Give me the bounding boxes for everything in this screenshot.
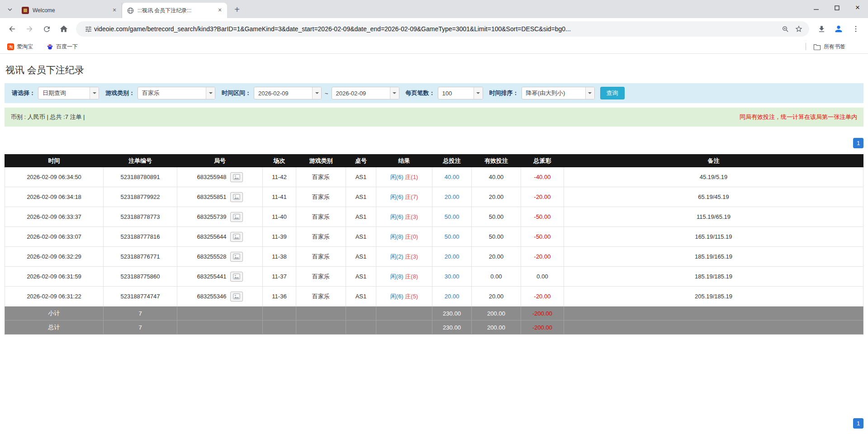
- game-kind-select[interactable]: 百家乐: [138, 87, 215, 99]
- grand-total-row: 总计 7 230.00 200.00 -200.00: [5, 321, 863, 335]
- bookmark-star-icon[interactable]: [793, 23, 805, 35]
- cell-game-kind: 百家乐: [296, 167, 346, 187]
- total-bet-link[interactable]: 20.00: [445, 193, 460, 200]
- chevron-down-icon[interactable]: [312, 87, 321, 99]
- search-button[interactable]: 查询: [600, 87, 625, 99]
- tab-close-icon[interactable]: ×: [111, 7, 118, 14]
- cell-valid-bet: 50.00: [472, 227, 521, 247]
- new-tab-button[interactable]: +: [231, 3, 243, 16]
- cell-round-id: 683255528: [177, 247, 263, 267]
- cell-table-no: AS1: [346, 287, 376, 307]
- table-row: 2026-02-09 06:32:29 523188776771 6832555…: [5, 247, 863, 267]
- cell-table-no: AS1: [346, 267, 376, 287]
- cell-round-id: 683255441: [177, 267, 263, 287]
- tab-title: :::视讯 会员下注纪录:::: [138, 7, 213, 14]
- back-icon[interactable]: [5, 21, 20, 37]
- all-bookmarks-button[interactable]: 所有书签: [811, 41, 847, 52]
- site-settings-tune-icon[interactable]: [82, 23, 94, 35]
- minimize-button[interactable]: [806, 0, 826, 15]
- date-start-select[interactable]: 2026-02-09: [254, 87, 322, 99]
- date-end-value: 2026-02-09: [332, 87, 390, 99]
- cell-total-bet: 50.00: [432, 227, 472, 247]
- chevron-down-icon[interactable]: [585, 87, 594, 99]
- close-button[interactable]: ×: [847, 0, 868, 15]
- page-1-button[interactable]: 1: [853, 138, 863, 148]
- round-result-image-button[interactable]: [230, 252, 243, 262]
- result-banker: 庄(5): [405, 293, 418, 300]
- query-type-select[interactable]: 日期查询: [38, 87, 99, 99]
- total-total-bet: 230.00: [432, 321, 472, 335]
- result-banker: 庄(1): [405, 174, 418, 180]
- profile-avatar-icon[interactable]: [831, 21, 846, 37]
- address-bar[interactable]: videoie.com/game/betrecord_search/kind3?…: [76, 21, 809, 37]
- chevron-down-icon[interactable]: [390, 87, 399, 99]
- cell-note: 45.19/5.19: [564, 167, 863, 187]
- total-bet-link[interactable]: 20.00: [445, 253, 460, 260]
- cell-round-id: 683255851: [177, 187, 263, 207]
- table-row: 2026-02-09 06:33:07 523188777816 6832556…: [5, 227, 863, 247]
- subtotal-row: 小计 7 230.00 200.00 -200.00: [5, 307, 863, 321]
- chevron-down-icon[interactable]: [474, 87, 483, 99]
- bookmarks-divider: [806, 43, 806, 50]
- total-bet-link[interactable]: 20.00: [445, 293, 460, 300]
- maximize-button[interactable]: [826, 0, 847, 15]
- date-end-select[interactable]: 2026-02-09: [332, 87, 399, 99]
- bookmark-aitaobao[interactable]: 淘 爱淘宝: [5, 41, 35, 52]
- cell-session: 11-41: [263, 187, 296, 207]
- total-bet-link[interactable]: 50.00: [445, 213, 460, 220]
- round-id-text: 683255948: [197, 174, 226, 180]
- taobao-icon: 淘: [7, 43, 14, 50]
- bookmark-baidu[interactable]: 百度一下: [45, 41, 80, 52]
- sort-select[interactable]: 降幂(由大到小): [522, 87, 595, 99]
- total-count: 7: [104, 321, 177, 335]
- forward-icon[interactable]: [22, 21, 37, 37]
- subtotal-label: 小计: [5, 307, 104, 321]
- bookmarks-bar: 淘 爱淘宝 百度一下 所有书签: [0, 40, 868, 54]
- column-header: 场次: [263, 155, 296, 167]
- url-text[interactable]: videoie.com/game/betrecord_search/kind3?…: [94, 25, 778, 33]
- total-bet-link[interactable]: 30.00: [445, 273, 460, 280]
- tab-search-chevron-icon[interactable]: [4, 3, 16, 16]
- tab-close-icon[interactable]: ×: [216, 7, 223, 14]
- refresh-icon[interactable]: [39, 21, 54, 37]
- tab-welcome[interactable]: Welcome ×: [17, 3, 122, 18]
- baidu-paw-icon: [47, 43, 53, 50]
- per-page-value: 100: [438, 87, 474, 99]
- page-1-button[interactable]: 1: [853, 418, 863, 429]
- cell-note: 185.19/165.19: [564, 247, 863, 267]
- per-page-label: 每页笔数：: [406, 89, 435, 97]
- navigation-bar: videoie.com/game/betrecord_search/kind3?…: [0, 18, 868, 40]
- per-page-select[interactable]: 100: [438, 87, 483, 99]
- total-bet-link[interactable]: 50.00: [445, 233, 460, 240]
- round-result-image-button[interactable]: [230, 212, 243, 222]
- zoom-icon[interactable]: [779, 23, 791, 35]
- cell-game-kind: 百家乐: [296, 287, 346, 307]
- cell-table-no: AS1: [346, 207, 376, 227]
- round-result-image-button[interactable]: [230, 292, 243, 302]
- pagination-top: 1: [5, 138, 863, 148]
- result-banker: 庄(8): [405, 273, 418, 280]
- game-kind-value: 百家乐: [138, 87, 206, 99]
- chevron-down-icon[interactable]: [206, 87, 215, 99]
- image-icon: [233, 234, 240, 240]
- round-result-image-button[interactable]: [230, 192, 243, 202]
- cell-game-kind: 百家乐: [296, 207, 346, 227]
- image-icon: [233, 293, 240, 299]
- cell-result: 闲(6) 庄(7): [376, 187, 432, 207]
- round-result-image-button[interactable]: [230, 172, 243, 182]
- total-bet-link[interactable]: 40.00: [445, 174, 460, 180]
- round-result-image-button[interactable]: [230, 272, 243, 282]
- cell-session: 11-40: [263, 207, 296, 227]
- home-icon[interactable]: [56, 21, 71, 37]
- menu-kebab-icon[interactable]: [848, 21, 863, 37]
- result-player: 闲(6): [390, 293, 403, 300]
- cell-result: 闲(2) 庄(3): [376, 247, 432, 267]
- cell-payout: -20.00: [521, 187, 564, 207]
- round-result-image-button[interactable]: [230, 232, 243, 242]
- cell-table-no: AS1: [346, 187, 376, 207]
- downloads-icon[interactable]: [814, 21, 829, 37]
- cell-session: 11-39: [263, 227, 296, 247]
- chevron-down-icon[interactable]: [90, 87, 99, 99]
- tab-betrecord[interactable]: :::视讯 会员下注纪录::: ×: [122, 3, 227, 18]
- cell-round-id: 683255644: [177, 227, 263, 247]
